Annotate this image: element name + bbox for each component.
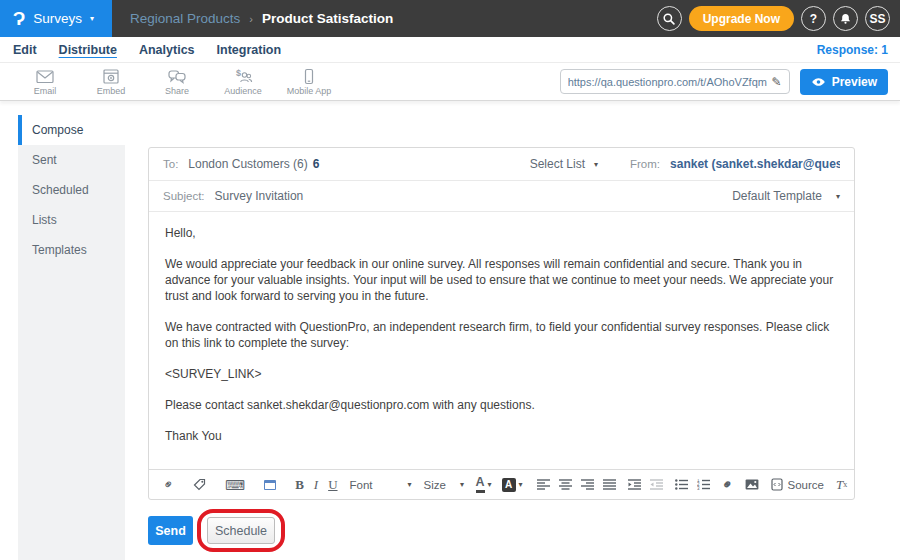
background-color-button[interactable]: A ▾ — [502, 478, 523, 492]
survey-nav-tabs: Edit Distribute Analytics Integration Re… — [0, 37, 900, 63]
keyboard-button[interactable]: ⌨ — [225, 477, 245, 493]
body-paragraph: Thank You — [165, 428, 838, 444]
select-list-dropdown[interactable]: Select List ▾ — [530, 157, 598, 171]
chevron-down-icon: ▾ — [594, 160, 598, 169]
survey-url-field[interactable]: https://qa.questionpro.com/t/AOhoVZfqml … — [560, 69, 790, 94]
numbered-list-button[interactable]: 123 — [697, 479, 710, 490]
preview-label: Preview — [832, 75, 877, 89]
recipient-count: 6 — [313, 157, 320, 171]
align-left-button[interactable] — [537, 479, 550, 490]
remove-format-button[interactable]: Tx — [836, 477, 847, 493]
source-icon — [771, 478, 783, 491]
to-label: To: — [163, 158, 178, 170]
insert-image-button[interactable] — [745, 479, 759, 490]
distribute-sidebar: Compose Sent Scheduled Lists Templates — [18, 115, 125, 560]
font-dropdown[interactable]: Font ▾ — [350, 479, 412, 491]
tag-icon — [193, 478, 206, 491]
sidebar-item-sent[interactable]: Sent — [18, 145, 125, 175]
sidebar-item-compose[interactable]: Compose — [18, 115, 125, 145]
keyboard-icon: ⌨ — [225, 477, 245, 493]
channel-email[interactable]: Email — [12, 68, 78, 96]
body-paragraph: We have contracted with QuestionPro, an … — [165, 319, 838, 351]
align-right-button[interactable] — [581, 479, 594, 490]
schedule-button[interactable]: Schedule — [207, 517, 275, 544]
body-paragraph: Please contact sanket.shekdar@questionpr… — [165, 397, 838, 413]
surveys-product-menu[interactable]: Ɂ Surveys ▾ — [0, 0, 112, 37]
email-icon — [35, 68, 55, 85]
numbered-list-icon: 123 — [697, 479, 710, 490]
richtext-toolbar: ⚭ ⌨ B I U Font ▾ Size ▾ A ▾ A ▾ — [149, 469, 854, 499]
link-button[interactable]: ⚭ — [163, 478, 174, 491]
merge-tag-button[interactable] — [193, 478, 206, 491]
body-paragraph: Hello, — [165, 225, 838, 241]
chevron-down-icon: ▾ — [90, 15, 94, 23]
insert-link-button[interactable]: ⚭ — [722, 478, 733, 491]
bell-icon — [839, 12, 852, 25]
tab-integration[interactable]: Integration — [217, 43, 282, 57]
help-button[interactable]: ? — [801, 6, 826, 31]
breadcrumb-separator-icon: › — [249, 13, 253, 25]
preview-button[interactable]: Preview — [800, 69, 888, 95]
justify-button[interactable] — [603, 479, 616, 490]
email-body-editor[interactable]: Hello, We would appreciate your feedback… — [149, 212, 854, 471]
mobile-app-icon — [299, 68, 319, 85]
subject-value[interactable]: Survey Invitation — [215, 189, 304, 203]
channel-mobile-app[interactable]: Mobile App — [276, 68, 342, 96]
eye-icon — [811, 77, 826, 87]
subject-row: Subject: Survey Invitation Default Templ… — [149, 181, 854, 212]
justify-icon — [603, 479, 616, 490]
svg-text:3: 3 — [697, 486, 700, 490]
sidebar-item-templates[interactable]: Templates — [18, 235, 125, 265]
outdent-icon — [650, 479, 663, 490]
response-count[interactable]: Response: 1 — [817, 43, 888, 57]
tab-distribute[interactable]: Distribute — [59, 43, 117, 57]
bulleted-list-button[interactable] — [675, 479, 688, 490]
channel-audience[interactable]: $ Audience — [210, 68, 276, 96]
underline-button[interactable]: U — [328, 477, 337, 493]
outdent-button[interactable] — [650, 479, 663, 490]
chevron-down-icon: ▾ — [460, 480, 464, 489]
indent-button[interactable] — [628, 479, 641, 490]
align-center-button[interactable] — [559, 479, 572, 490]
chevron-down-icon: ▾ — [836, 192, 840, 201]
align-right-icon — [581, 479, 594, 490]
image-icon — [745, 479, 759, 490]
source-button[interactable]: Source — [771, 478, 824, 491]
red-highlight-annotation: Schedule — [197, 509, 285, 552]
bulleted-list-icon — [675, 479, 688, 490]
notifications-button[interactable] — [833, 6, 858, 31]
subject-label: Subject: — [163, 190, 205, 202]
chevron-down-icon: ▾ — [519, 480, 523, 489]
channel-embed[interactable]: Embed — [78, 68, 144, 96]
size-dropdown[interactable]: Size ▾ — [424, 479, 464, 491]
italic-button[interactable]: I — [314, 477, 318, 493]
tab-analytics[interactable]: Analytics — [139, 43, 195, 57]
widget-button[interactable] — [264, 480, 276, 490]
background-color-icon: A — [502, 478, 516, 492]
edit-url-icon[interactable]: ✎ — [772, 75, 782, 89]
indent-icon — [628, 479, 641, 490]
search-button[interactable] — [657, 6, 682, 31]
from-group: From: sanket (sanket.shekdar@ques... — [630, 157, 840, 171]
from-value[interactable]: sanket (sanket.shekdar@ques... — [670, 157, 840, 171]
user-avatar[interactable]: SS — [865, 6, 890, 31]
to-value[interactable]: London Customers (6) — [188, 157, 307, 171]
template-dropdown[interactable]: Default Template ▾ — [732, 189, 840, 203]
sidebar-item-lists[interactable]: Lists — [18, 205, 125, 235]
header-actions: Upgrade Now ? SS — [657, 6, 900, 31]
send-button[interactable]: Send — [148, 516, 193, 545]
breadcrumb-parent[interactable]: Regional Products — [130, 11, 240, 26]
source-label: Source — [788, 479, 824, 491]
email-compose-panel: To: London Customers (6) 6 Select List ▾… — [148, 147, 855, 500]
body-paragraph: <SURVEY_LINK> — [165, 366, 838, 382]
text-color-button[interactable]: A ▾ — [476, 476, 492, 492]
svg-text:$: $ — [236, 68, 241, 78]
upgrade-now-button[interactable]: Upgrade Now — [689, 6, 794, 31]
sidebar-item-scheduled[interactable]: Scheduled — [18, 175, 125, 205]
from-label: From: — [630, 158, 660, 170]
bold-button[interactable]: B — [295, 477, 304, 493]
align-left-icon — [537, 479, 550, 490]
body-paragraph: We would appreciate your feedback in our… — [165, 256, 838, 304]
channel-share[interactable]: Share — [144, 68, 210, 96]
tab-edit[interactable]: Edit — [13, 43, 37, 57]
